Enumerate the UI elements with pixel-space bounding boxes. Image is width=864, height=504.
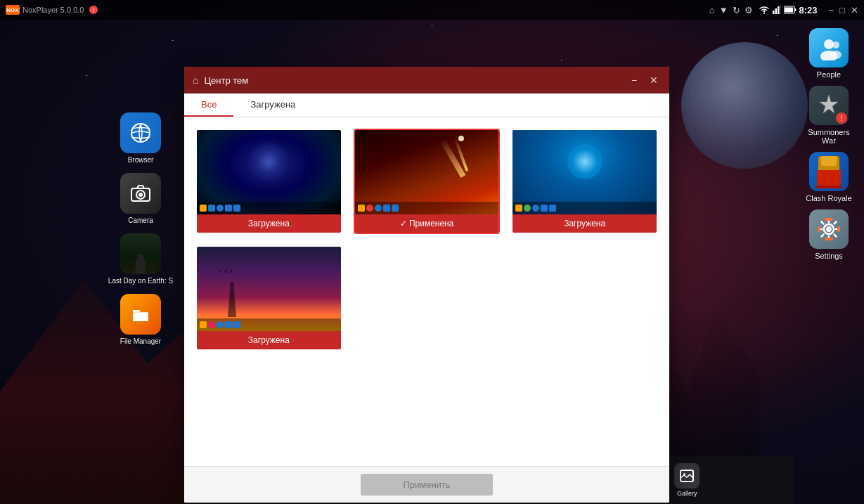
topbar-title: NoxPlayer 5.0.0.0	[22, 6, 84, 14]
dialog-title: Центр тем	[204, 75, 621, 86]
theme-label-4: Загружена	[197, 331, 341, 349]
topbar-systray: 8:23	[759, 5, 818, 15]
tab-all[interactable]: Все	[184, 93, 233, 117]
dialog-content: Загружена	[184, 117, 669, 466]
themes-grid: Загружена	[195, 129, 658, 351]
svg-point-0	[763, 13, 765, 14]
dialog-minimize-button[interactable]: −	[627, 73, 641, 87]
dialog-home-icon: ⌂	[193, 75, 198, 86]
tab-downloaded[interactable]: Загружена	[233, 93, 312, 117]
theme-minibar-3	[512, 202, 657, 214]
theme-label-text-3: Загружена	[564, 219, 605, 228]
topbar-controls: ⌂ ▼ ↻ ⚙	[709, 5, 858, 15]
theme-label-text-4: Загружена	[248, 335, 290, 345]
topbar-action-icons: ⌂ ▼ ↻ ⚙	[709, 5, 753, 15]
theme-minibar-4	[197, 318, 341, 331]
home-icon[interactable]: ⌂	[709, 5, 715, 15]
svg-rect-4	[780, 5, 780, 14]
window-minimize-icon[interactable]: −	[829, 5, 834, 15]
svg-rect-1	[773, 11, 775, 14]
topbar-time: 8:23	[799, 5, 818, 15]
dialog-footer: Применить	[184, 466, 669, 503]
battery-icon	[784, 6, 797, 14]
settings-icon[interactable]: ⚙	[744, 5, 753, 15]
window-maximize-icon[interactable]: □	[839, 5, 845, 15]
theme-card-1[interactable]: Загружена	[195, 129, 342, 234]
theme-card-4[interactable]: ∧ ∧ ∧ Загружена	[195, 245, 342, 351]
theme-preview-4: ∧ ∧ ∧	[197, 247, 341, 331]
theme-preview-2	[355, 130, 499, 214]
theme-label-1: Загружена	[197, 214, 341, 233]
theme-label-text-2: ✓ Применена	[400, 219, 454, 228]
dialog-close-button[interactable]: ✕	[647, 73, 661, 87]
topbar-alert-icon: !	[89, 6, 98, 14]
topbar-logo: NOX NoxPlayer 5.0.0.0 !	[6, 5, 98, 15]
theme-label-text-1: Загружена	[248, 219, 290, 228]
dialog-overlay: ⌂ Центр тем − ✕ Все Загружена	[0, 0, 864, 504]
theme-label-3: Загружена	[512, 214, 657, 233]
nox-icon: NOX	[6, 5, 20, 15]
theme-preview-1	[197, 130, 341, 214]
theme-minibar-1	[197, 202, 341, 214]
theme-center-dialog: ⌂ Центр тем − ✕ Все Загружена	[184, 67, 669, 503]
theme-preview-3	[512, 130, 657, 214]
signal-icon	[773, 5, 781, 15]
arrow-down-icon[interactable]: ▼	[719, 5, 728, 15]
theme-label-2: ✓ Применена	[355, 214, 499, 233]
theme-minibar-2	[355, 202, 499, 214]
refresh-icon[interactable]: ↻	[733, 5, 740, 15]
topbar: NOX NoxPlayer 5.0.0.0 ! ⌂ ▼ ↻ ⚙	[0, 0, 864, 20]
apply-button[interactable]: Применить	[361, 474, 492, 496]
theme-card-2[interactable]: ✓ Применена	[354, 129, 501, 234]
dialog-tabs: Все Загружена	[184, 93, 669, 117]
window-close-icon[interactable]: ✕	[851, 5, 858, 15]
wifi-icon	[759, 5, 770, 15]
svg-rect-6	[785, 8, 793, 13]
svg-rect-7	[794, 8, 796, 11]
theme-card-3[interactable]: Загружена	[511, 129, 658, 234]
dialog-header: ⌂ Центр тем − ✕	[184, 67, 669, 93]
svg-rect-2	[775, 8, 777, 14]
svg-rect-3	[778, 6, 780, 14]
